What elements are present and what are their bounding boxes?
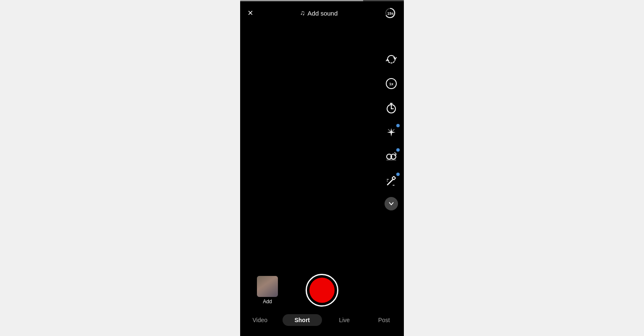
timer-button[interactable]	[383, 100, 400, 116]
timer-display[interactable]: 15s	[385, 7, 396, 19]
effects-dot	[396, 124, 400, 127]
record-row: Add	[240, 270, 404, 311]
svg-point-8	[390, 131, 392, 133]
filters-button[interactable]	[383, 148, 400, 165]
touch-edit-dot	[396, 173, 400, 176]
wand-icon	[385, 175, 397, 187]
svg-text:1x: 1x	[389, 82, 393, 86]
right-controls: 1x	[383, 51, 400, 210]
tab-video[interactable]: Video	[240, 314, 280, 326]
close-button[interactable]: ×	[248, 8, 253, 18]
filters-dot	[396, 148, 400, 152]
effects-button[interactable]	[383, 124, 400, 141]
add-label: Add	[263, 299, 272, 304]
add-sound-label: Add sound	[308, 10, 338, 17]
viewfinder: 1x	[240, 23, 404, 270]
phone-frame: × ♫ Add sound 15s	[240, 0, 404, 336]
svg-rect-5	[390, 103, 393, 104]
speed-button[interactable]: 1x	[383, 75, 400, 92]
tab-bar: Video Short Live Post	[240, 311, 404, 328]
filters-icon	[385, 151, 397, 163]
bottom-area: Add Video Short Live Post	[240, 270, 404, 336]
chevron-down-icon	[387, 200, 395, 207]
music-icon: ♫	[300, 9, 305, 17]
svg-text:15s: 15s	[387, 11, 393, 16]
timer-icon	[385, 102, 397, 114]
add-sound-button[interactable]: ♫ Add sound	[300, 9, 338, 17]
record-inner	[309, 278, 335, 303]
svg-line-12	[387, 180, 393, 185]
speed-icon: 1x	[385, 78, 397, 89]
timer-arc-icon: 15s	[385, 7, 396, 19]
progress-fill	[240, 0, 363, 1]
flip-camera-icon	[385, 53, 397, 65]
touch-edit-button[interactable]	[383, 173, 400, 189]
flip-camera-button[interactable]	[383, 51, 400, 68]
add-media-button[interactable]: Add	[257, 276, 278, 304]
thumbnail-image	[257, 276, 278, 297]
progress-bar	[240, 0, 404, 1]
header: × ♫ Add sound 15s	[240, 1, 404, 23]
tab-short[interactable]: Short	[283, 314, 322, 326]
tab-post[interactable]: Post	[364, 314, 404, 326]
sparkles-icon	[385, 126, 397, 138]
media-thumbnail	[257, 276, 278, 297]
more-button[interactable]	[385, 197, 398, 210]
record-button[interactable]	[306, 274, 338, 307]
tab-live[interactable]: Live	[325, 314, 364, 326]
